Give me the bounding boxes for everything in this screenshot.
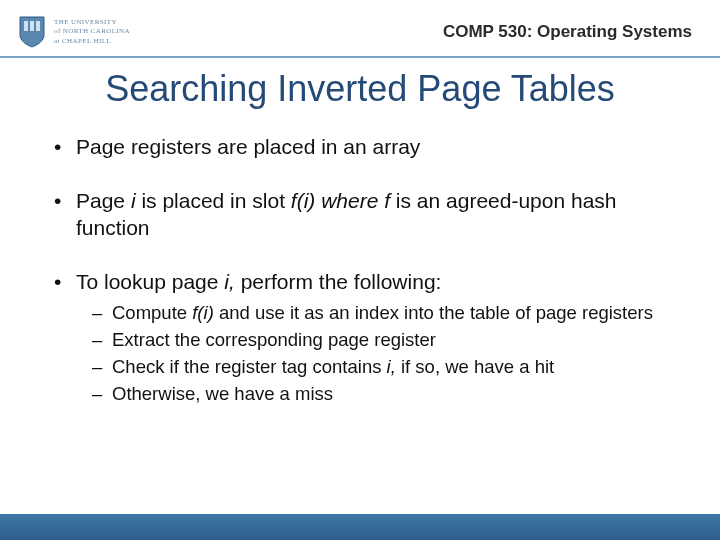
university-logo: THE UNIVERSITY of NORTH CAROLINA at CHAP… [18,15,130,49]
slide-body: Page registers are placed in an array Pa… [0,134,720,406]
logo-line-2: of NORTH CAROLINA [54,27,130,36]
sub3-pre: Check if the register tag contains [112,356,387,377]
svg-rect-2 [36,21,40,31]
slide-title: Searching Inverted Page Tables [0,58,720,134]
sub1-mid: and use it as an index into the table of… [214,302,653,323]
university-name: THE UNIVERSITY of NORTH CAROLINA at CHAP… [54,18,130,45]
svg-rect-0 [24,21,28,31]
sub1-pre: Compute [112,302,192,323]
sub3-it1: i, [387,356,396,377]
bullet-2: Page i is placed in slot f(i) where f is… [54,188,672,241]
bullet-3-mid: perform the following: [235,270,442,293]
sub4-pre: Otherwise, we have a miss [112,383,333,404]
bullet-1: Page registers are placed in an array [54,134,672,160]
subbullet-4: Otherwise, we have a miss [92,382,672,405]
bullet-3: To lookup page i, perform the following: [54,269,672,295]
slide: THE UNIVERSITY of NORTH CAROLINA at CHAP… [0,0,720,540]
course-label: COMP 530: Operating Systems [443,22,692,42]
bullet-2-mid: is placed in slot [136,189,291,212]
sub2-pre: Extract the corresponding page register [112,329,436,350]
unc-shield-icon [18,15,46,49]
sub-bullets: Compute f(i) and use it as an index into… [54,301,672,406]
bullet-1-pre: Page registers are placed in an array [76,135,420,158]
subbullet-1: Compute f(i) and use it as an index into… [92,301,672,324]
footer-bar [0,514,720,540]
logo-line-1: THE UNIVERSITY [54,18,130,27]
svg-rect-1 [30,21,34,31]
header: THE UNIVERSITY of NORTH CAROLINA at CHAP… [0,0,720,58]
subbullet-2: Extract the corresponding page register [92,328,672,351]
bullet-3-it1: i, [224,270,235,293]
bullet-2-pre: Page [76,189,131,212]
subbullet-3: Check if the register tag contains i, if… [92,355,672,378]
sub3-mid: if so, we have a hit [396,356,554,377]
bullet-2-it2: f(i) where f [291,189,390,212]
bullet-3-pre: To lookup page [76,270,224,293]
logo-line-3: at CHAPEL HILL [54,37,130,46]
sub1-it1: f(i) [192,302,214,323]
